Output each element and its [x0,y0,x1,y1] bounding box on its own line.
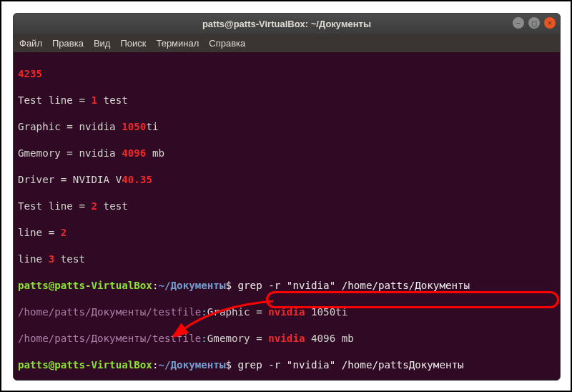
close-button[interactable]: × [544,17,556,29]
output-line: 4235 [18,67,556,81]
menu-terminal[interactable]: Терминал [156,38,199,49]
output-line: Graphic = nvidia 1050ti [18,120,556,134]
output-line: Driver = NVIDIA V40.35 [18,173,556,187]
output-line: Test line = 1 test [18,94,556,107]
output-line: line = 2 [18,226,556,240]
terminal-window: patts@patts-VirtualBox: ~/Документы − ◻ … [13,13,561,381]
window-title: patts@patts-VirtualBox: ~/Документы [14,19,560,29]
menubar: Файл Правка Вид Поиск Терминал Справка [14,34,560,52]
output-line: /home/patts/Документы/testfile:Gmemory =… [18,332,556,346]
terminal-content[interactable]: 4235 Test line = 1 test Graphic = nvidia… [14,52,560,381]
menu-file[interactable]: Файл [19,38,42,49]
output-line: /home/patts/Документы/testfile:Graphic =… [18,305,556,319]
output-line: Gmemory = nvidia 4096 mb [18,147,556,160]
menu-edit[interactable]: Правка [52,38,84,49]
prompt-line: patts@patts-VirtualBox:~/Документы$ grep… [18,279,556,293]
output-line: Test line = 2 test [18,200,556,213]
prompt-line: patts@patts-VirtualBox:~/Документы$ grep… [18,358,556,372]
maximize-button[interactable]: ◻ [528,17,540,29]
window-controls: − ◻ × [513,17,556,29]
output-line: line 3 test [18,253,556,266]
menu-help[interactable]: Справка [209,38,245,49]
menu-search[interactable]: Поиск [120,38,146,49]
minimize-button[interactable]: − [513,17,524,29]
menu-view[interactable]: Вид [94,38,111,49]
titlebar[interactable]: patts@patts-VirtualBox: ~/Документы − ◻ … [14,14,560,34]
